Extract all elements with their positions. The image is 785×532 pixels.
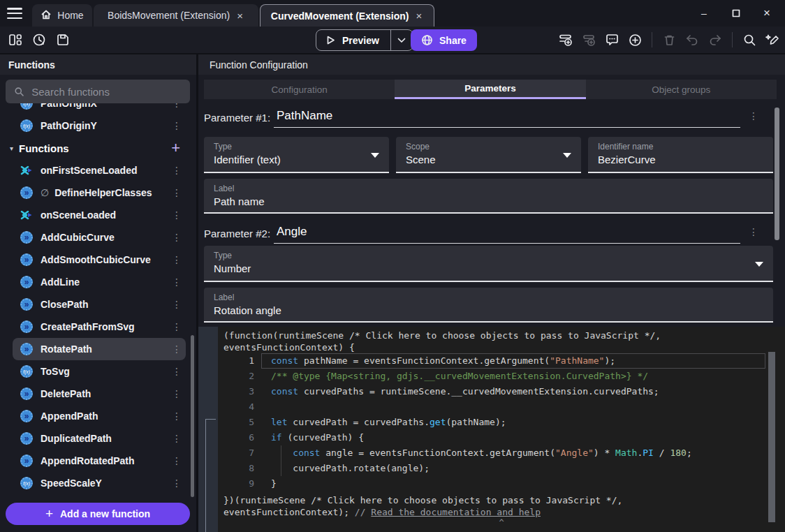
parameter-2-label-field[interactable]: Label Rotation angle [204, 288, 773, 323]
item-menu-icon[interactable]: ⋮ [172, 366, 182, 377]
code-line-1[interactable]: 1const pathName = eventsFunctionContext.… [218, 353, 770, 369]
code-line-4[interactable]: 4 [218, 399, 770, 415]
code-line-2[interactable]: 2/** @type {Map<string, gdjs.__curvedMov… [218, 369, 770, 384]
preview-button-main[interactable]: Preview [316, 30, 390, 50]
lifecycle-icon [20, 208, 34, 222]
parameter-1-menu-icon[interactable]: ⋮ [749, 110, 758, 121]
parameter-1-type-select[interactable]: Type Identifier (text) [204, 137, 389, 173]
code-line-6[interactable]: 6if (curvedPath) { [218, 430, 770, 445]
add-function-button[interactable]: + Add a new function [6, 503, 190, 525]
close-tab-icon[interactable]: × [414, 10, 423, 22]
search-functions-input[interactable] [31, 86, 182, 98]
code-area[interactable]: ^ (function(runtimeScene /* Click here t… [218, 327, 785, 532]
item-menu-icon[interactable]: ⋮ [172, 103, 182, 109]
item-menu-icon[interactable]: ⋮ [172, 120, 182, 131]
add-function-icon[interactable]: + [171, 140, 180, 156]
line-text: curvedPath.rotate(angle); [271, 461, 430, 476]
code-line-7[interactable]: 7 const angle = eventsFunctionContext.ge… [218, 445, 770, 461]
parameter-1-name-input[interactable]: PathName [277, 109, 332, 123]
field-label: Identifier name [598, 142, 765, 152]
tab-parameters[interactable]: Parameters [395, 80, 585, 99]
item-menu-icon[interactable]: ⋮ [172, 321, 182, 332]
item-menu-icon[interactable]: ⋮ [172, 388, 182, 399]
sidebar-item-createpathfromsvg[interactable]: »CreatePathFromSvg⋮ [13, 316, 186, 338]
save-icon[interactable] [54, 31, 71, 48]
item-menu-icon[interactable]: ⋮ [172, 343, 182, 355]
code-line-5[interactable]: 5let curvedPath = curvedPaths.get(pathNa… [218, 415, 770, 430]
parameter-2-menu-icon[interactable]: ⋮ [749, 226, 758, 237]
code-line-8[interactable]: 8 curvedPath.rotate(angle); [218, 461, 770, 476]
project-manager-icon[interactable] [7, 31, 24, 48]
tab-label: BoidsMovement (Extension) [108, 10, 230, 21]
sidebar-item-onfirstsceneloaded[interactable]: onFirstSceneLoaded⋮ [13, 159, 186, 182]
item-menu-icon[interactable]: ⋮ [172, 165, 182, 176]
tab-curvedmovement[interactable]: CurvedMovement (Extension) × [260, 4, 434, 27]
item-menu-icon[interactable]: ⋮ [172, 276, 182, 288]
panel-scrollbar[interactable] [775, 108, 779, 240]
add-comment-icon[interactable] [603, 31, 620, 48]
function-name: DefineHelperClasses [54, 187, 172, 198]
add-circle-icon[interactable] [626, 31, 643, 48]
function-name: SpeedScaleY [41, 478, 172, 489]
sidebar-item-pathoriginy[interactable]: f(x)PathOriginY⋮ [13, 114, 186, 137]
parameter-1-identifier-field[interactable]: Identifier name BezierCurve [588, 137, 773, 173]
sidebar-item-onsceneloaded[interactable]: onSceneLoaded⋮ [13, 204, 186, 226]
share-button[interactable]: Share [411, 29, 477, 51]
sidebar-item-appendpath[interactable]: »AppendPath⋮ [13, 405, 186, 427]
search-icon[interactable] [741, 31, 758, 48]
sidebar-item-pathoriginx[interactable]: f(x)PathOriginX⋮ [13, 103, 186, 114]
tab-boidsmovement[interactable]: BoidsMovement (Extension) × [94, 4, 258, 27]
sidebar-scrollbar[interactable] [191, 335, 194, 497]
item-menu-icon[interactable]: ⋮ [172, 254, 182, 265]
sidebar-item-closepath[interactable]: »ClosePath⋮ [13, 293, 186, 316]
window-minimize-button[interactable]: – [690, 0, 718, 27]
gear-icon: » [20, 387, 34, 401]
collapse-triangle-icon[interactable]: ▾ [10, 145, 13, 152]
parameter-1-label-field[interactable]: Label Path name [204, 179, 773, 214]
sidebar-item-deletepath[interactable]: »DeletePath⋮ [13, 383, 186, 405]
code-line-3[interactable]: 3const curvedPaths = runtimeScene.__curv… [218, 384, 770, 399]
function-name: ToSvg [41, 366, 172, 377]
item-menu-icon[interactable]: ⋮ [172, 187, 182, 198]
item-menu-icon[interactable]: ⋮ [172, 299, 182, 310]
code-footer-line: })(runtimeScene /* Click here to choose … [223, 494, 768, 506]
sidebar-section-functions[interactable]: ▾Functions+ [0, 137, 190, 159]
window-close-button[interactable]: × [753, 0, 781, 27]
parameter-1-scope-select[interactable]: Scope Scene [396, 137, 581, 173]
hamburger-menu-icon[interactable] [7, 6, 22, 20]
expand-caret[interactable]: ^ [218, 518, 785, 528]
item-menu-icon[interactable]: ⋮ [172, 411, 182, 422]
item-menu-icon[interactable]: ⋮ [172, 209, 182, 221]
history-icon[interactable] [31, 31, 47, 48]
sidebar-item-appendrotatedpath[interactable]: »AppendRotatedPath⋮ [13, 450, 186, 472]
parameter-2-type-select[interactable]: Type Number [204, 246, 773, 282]
window-maximize-button[interactable] [722, 0, 750, 27]
tab-configuration[interactable]: Configuration [204, 80, 395, 99]
parameter-2-name-input[interactable]: Angle [277, 225, 307, 239]
preview-dropdown-arrow[interactable] [390, 30, 413, 50]
line-number: 1 [223, 353, 254, 369]
tab-home[interactable]: Home [32, 4, 92, 27]
tab-label: CurvedMovement (Extension) [271, 10, 409, 22]
item-menu-icon[interactable]: ⋮ [172, 478, 182, 489]
close-tab-icon[interactable]: × [235, 10, 244, 22]
item-menu-icon[interactable]: ⋮ [172, 455, 182, 466]
sidebar-item-addline[interactable]: »AddLine⋮ [13, 271, 186, 293]
sidebar-item-duplicatedpath[interactable]: »DuplicatedPath⋮ [13, 427, 186, 450]
preview-button[interactable]: Preview [316, 29, 413, 51]
sidebar-item-addsmoothcubiccurve[interactable]: »AddSmoothCubicCurve⋮ [13, 249, 186, 271]
sidebar-item-rotatepath[interactable]: »RotatePath⋮ [13, 338, 186, 360]
sidebar-item-speedscaley[interactable]: f(x)SpeedScaleY⋮ [13, 472, 186, 494]
sidebar-item-addcubiccurve[interactable]: »AddCubicCurve⋮ [13, 226, 186, 249]
search-functions-box[interactable] [6, 80, 190, 103]
item-menu-icon[interactable]: ⋮ [172, 433, 182, 444]
code-line-9[interactable]: 9} [218, 476, 770, 492]
sidebar-item-definehelperclasses[interactable]: »∅DefineHelperClasses⋮ [13, 182, 186, 204]
javascript-code-editor[interactable]: ^ (function(runtimeScene /* Click here t… [198, 327, 785, 532]
add-event-icon[interactable] [557, 31, 574, 48]
item-menu-icon[interactable]: ⋮ [172, 232, 182, 243]
edit-extension-icon[interactable] [764, 31, 781, 48]
home-icon [41, 9, 52, 22]
sidebar-item-tosvg[interactable]: f(x)ToSvg⋮ [13, 360, 186, 383]
tab-object-groups[interactable]: Object groups [586, 80, 777, 99]
